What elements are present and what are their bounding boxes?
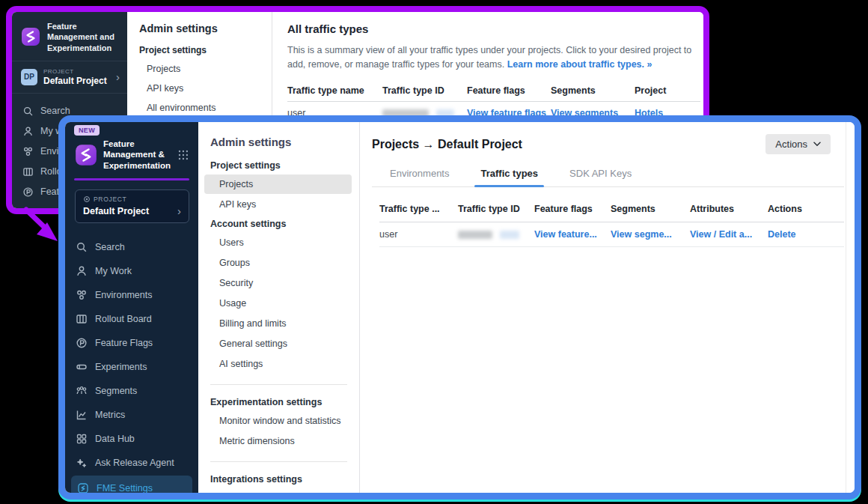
back-page-title: All traffic types bbox=[287, 22, 700, 35]
view-edit-attributes-link[interactable]: View / Edit a... bbox=[690, 229, 768, 240]
nav-item-api-keys[interactable]: API keys bbox=[204, 195, 352, 214]
search-icon bbox=[76, 241, 88, 253]
nav-item-projects[interactable]: Projects bbox=[132, 60, 267, 78]
nav-item-users[interactable]: Users bbox=[204, 233, 352, 252]
nav-item-all-environments[interactable]: All environments bbox=[132, 99, 267, 117]
sidebar-item-experiments[interactable]: Experiments bbox=[65, 355, 198, 379]
sidebar-item-my-work[interactable]: My Work bbox=[65, 259, 198, 283]
nav-item-integrations[interactable]: Integrations bbox=[204, 488, 352, 493]
page-title: Projects → Default Project bbox=[372, 138, 522, 151]
split-logo-icon bbox=[75, 144, 97, 166]
sidebar-item-fme-settings[interactable]: FME Settings bbox=[71, 476, 192, 500]
app-launcher-grid-icon[interactable] bbox=[177, 149, 189, 161]
nav-item-general-settings[interactable]: General settings bbox=[204, 334, 352, 353]
sidebar-item-label: Search bbox=[40, 106, 70, 116]
back-nav-title: Admin settings bbox=[139, 22, 272, 34]
col-traffic-type-id: Traffic type ID bbox=[382, 85, 467, 96]
view-feature-flags-link[interactable]: View feature... bbox=[534, 229, 611, 240]
annotation-arrow bbox=[21, 207, 66, 246]
environments-icon bbox=[22, 146, 34, 157]
front-project-selector[interactable]: PROJECT Default Project › bbox=[75, 189, 189, 223]
rollout-board-icon bbox=[22, 166, 34, 177]
active-tab-underline bbox=[474, 185, 544, 187]
divider bbox=[210, 384, 347, 385]
sidebar-item-rollout-board[interactable]: Rollout Board bbox=[65, 307, 198, 331]
nav-item-metric-dimensions[interactable]: Metric dimensions bbox=[204, 431, 352, 451]
sidebar-item-label: Data Hub bbox=[95, 434, 135, 444]
back-logo: Feature Management and Experimentation bbox=[12, 12, 127, 61]
person-icon bbox=[76, 265, 88, 277]
traffic-type-id-redacted bbox=[458, 229, 534, 240]
tab-environments[interactable]: Environments bbox=[390, 168, 449, 186]
traffic-type-name: user bbox=[379, 229, 458, 240]
tab-bar: Environments Traffic types SDK API Keys bbox=[372, 168, 844, 187]
sidebar-item-feature-flags[interactable]: Feature Flags bbox=[65, 331, 198, 355]
sidebar-item-environments[interactable]: Environments bbox=[65, 283, 198, 307]
tab-traffic-types[interactable]: Traffic types bbox=[480, 168, 538, 186]
nav-section-account-settings: Account settings bbox=[210, 219, 359, 229]
sidebar-item-metrics[interactable]: Metrics bbox=[65, 403, 198, 427]
col-feature-flags: Feature flags bbox=[534, 204, 611, 214]
sparkle-icon bbox=[76, 457, 88, 469]
front-settings-nav: Admin settings Project settings Projects… bbox=[198, 122, 360, 493]
col-segments: Segments bbox=[611, 204, 690, 214]
col-traffic-type-id: Traffic type ID bbox=[458, 204, 534, 214]
rollout-board-icon bbox=[76, 313, 88, 325]
sidebar-item-search[interactable]: Search bbox=[65, 235, 198, 259]
person-icon bbox=[22, 126, 34, 137]
feature-flags-icon bbox=[22, 186, 34, 198]
project-label: PROJECT bbox=[43, 68, 107, 75]
sidebar-item-label: Experiments bbox=[95, 362, 147, 372]
sidebar-item-label: Rollout Board bbox=[95, 314, 152, 324]
sidebar-item-label: Environments bbox=[95, 290, 152, 300]
back-logo-title: Feature Management and Experimentation bbox=[47, 21, 118, 53]
actions-button[interactable]: Actions bbox=[765, 134, 831, 154]
col-segments: Segments bbox=[551, 85, 635, 96]
sidebar-item-segments[interactable]: Segments bbox=[65, 379, 198, 403]
nav-item-projects[interactable]: Projects bbox=[204, 174, 352, 194]
col-attributes: Attributes bbox=[690, 204, 768, 214]
col-traffic-type-name: Traffic type ... bbox=[379, 204, 458, 214]
sidebar-item-label: Feature Flags bbox=[95, 338, 153, 348]
experiments-icon bbox=[76, 361, 88, 373]
sidebar-item-label: My Work bbox=[95, 266, 132, 276]
nav-item-security[interactable]: Security bbox=[204, 273, 352, 293]
sidebar-item-data-hub[interactable]: Data Hub bbox=[65, 427, 198, 451]
col-project: Project bbox=[635, 85, 700, 96]
split-logo-icon bbox=[21, 27, 40, 46]
nav-item-billing-and-limits[interactable]: Billing and limits bbox=[204, 314, 352, 333]
front-nav-title: Admin settings bbox=[210, 136, 359, 148]
back-nav-section: Project settings bbox=[139, 45, 272, 55]
front-main-header: Projects → Default Project Actions bbox=[372, 134, 844, 154]
scrollbar-track[interactable] bbox=[846, 122, 846, 493]
sidebar-item-label: Segments bbox=[95, 386, 137, 396]
col-feature-flags: Feature flags bbox=[467, 85, 551, 96]
purple-accent-rule bbox=[74, 178, 189, 180]
nav-section-project-settings: Project settings bbox=[210, 160, 359, 171]
view-segments-link[interactable]: View segme... bbox=[611, 229, 690, 240]
learn-more-link[interactable]: Learn more about traffic types. » bbox=[507, 59, 652, 70]
project-target-icon bbox=[83, 195, 91, 203]
nav-item-api-keys[interactable]: API keys bbox=[132, 79, 267, 97]
sidebar-item-label: FME Settings bbox=[97, 483, 153, 494]
nav-item-ai-settings[interactable]: AI settings bbox=[204, 354, 352, 374]
back-project-selector[interactable]: DP PROJECT Default Project › bbox=[12, 61, 127, 93]
fme-settings-icon bbox=[77, 482, 89, 494]
search-icon bbox=[22, 106, 34, 117]
nav-item-usage[interactable]: Usage bbox=[204, 294, 352, 313]
metrics-chart-icon bbox=[76, 409, 88, 421]
screenshot-stage: Feature Management and Experimentation D… bbox=[0, 0, 868, 504]
segments-icon bbox=[76, 385, 88, 397]
project-label: PROJECT bbox=[94, 195, 126, 203]
nav-item-groups[interactable]: Groups bbox=[204, 253, 352, 273]
chevron-right-icon: › bbox=[116, 71, 120, 82]
sidebar-item-label: Search bbox=[95, 242, 125, 252]
nav-item-monitor-window-and-statistics[interactable]: Monitor window and statistics bbox=[204, 411, 352, 431]
sidebar-item-label: Metrics bbox=[95, 410, 125, 420]
front-window: NEW Feature Management & Experimentation bbox=[58, 115, 861, 500]
project-badge: DP bbox=[21, 69, 37, 85]
nav-section-integrations-settings: Integrations settings bbox=[210, 474, 359, 485]
delete-link[interactable]: Delete bbox=[768, 229, 844, 240]
sidebar-item-ask-release-agent[interactable]: Ask Release Agent bbox=[65, 451, 198, 475]
tab-sdk-api-keys[interactable]: SDK API Keys bbox=[569, 168, 632, 186]
